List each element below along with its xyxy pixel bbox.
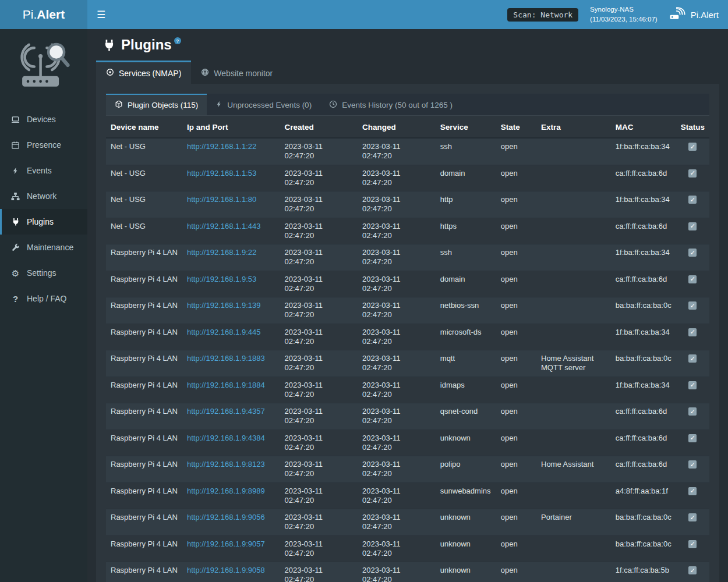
status-checkbox[interactable]: ✓	[688, 222, 697, 230]
cell-device-name: Raspberry Pi 4 LAN	[106, 509, 182, 536]
cell-ip-port: http://192.168.1.9:22	[182, 244, 280, 271]
sidebar-item-plugins[interactable]: Plugins	[0, 209, 87, 235]
cell-status: ✓	[676, 324, 709, 350]
status-checkbox[interactable]: ✓	[688, 249, 697, 257]
status-checkbox[interactable]: ✓	[688, 540, 697, 548]
cell-changed: 2023-03-11 02:47:20	[358, 456, 436, 483]
column-header-state[interactable]: State	[496, 117, 536, 138]
ip-port-link[interactable]: http://192.168.1.9:53	[187, 275, 256, 283]
ip-port-link[interactable]: http://192.168.1.9:139	[187, 301, 261, 310]
cell-state: open	[496, 562, 536, 582]
status-checkbox[interactable]: ✓	[688, 275, 697, 283]
column-header-service[interactable]: Service	[436, 117, 496, 138]
sidebar-item-network[interactable]: Network	[0, 183, 87, 209]
ip-port-link[interactable]: http://192.168.1.9:9058	[187, 566, 265, 574]
sidebar-item-devices[interactable]: Devices	[0, 107, 87, 132]
cell-mac: 1f:ba:ff:ca:ba:34	[611, 191, 676, 218]
cell-ip-port: http://192.168.1.1:443	[182, 218, 280, 244]
status-checkbox[interactable]: ✓	[688, 566, 697, 574]
tab-services-nmap[interactable]: Services (NMAP)	[96, 61, 191, 84]
cell-ip-port: http://192.168.1.1:80	[182, 191, 280, 218]
cell-mac: a4:8f:ff:aa:ba:1f	[611, 482, 676, 509]
ip-port-link[interactable]: http://192.168.1.1:80	[187, 195, 256, 204]
navbar-brand[interactable]: Pi.Alert	[669, 7, 719, 22]
cell-ip-port: http://192.168.1.9:8989	[182, 482, 280, 509]
column-header-changed[interactable]: Changed	[358, 117, 436, 138]
ip-port-link[interactable]: http://192.168.1.9:9057	[187, 540, 265, 548]
ip-port-link[interactable]: http://192.168.1.9:445	[187, 328, 261, 336]
cell-status: ✓	[676, 430, 709, 456]
table-header-row: Device nameIp and PortCreatedChangedServ…	[106, 117, 709, 138]
column-header-mac[interactable]: MAC	[611, 117, 676, 138]
cell-service: domain	[436, 271, 496, 297]
column-header-device-name[interactable]: Device name	[106, 117, 182, 138]
status-checkbox[interactable]: ✓	[688, 513, 697, 521]
status-checkbox[interactable]: ✓	[688, 169, 697, 178]
cell-extra	[536, 138, 611, 165]
cell-status: ✓	[676, 138, 709, 165]
tab-plugin-objects[interactable]: Plugin Objects (115)	[106, 94, 207, 115]
cell-ip-port: http://192.168.1.9:139	[182, 297, 280, 324]
scan-status-badge: Scan: Network	[507, 8, 578, 22]
status-checkbox[interactable]: ✓	[688, 143, 697, 151]
cell-changed: 2023-03-11 02:47:20	[358, 218, 436, 244]
ip-port-link[interactable]: http://192.168.1.9:4384	[187, 434, 265, 442]
sidebar-item-help-faq[interactable]: ? Help / FAQ	[0, 286, 87, 311]
table-row: Raspberry Pi 4 LAN http://192.168.1.9:43…	[106, 403, 709, 430]
globe-icon	[201, 68, 209, 78]
ip-port-link[interactable]: http://192.168.1.9:4357	[187, 407, 265, 416]
cell-ip-port: http://192.168.1.9:9056	[182, 509, 280, 536]
cell-created: 2023-03-11 02:47:20	[280, 244, 358, 271]
ip-port-link[interactable]: http://192.168.1.1:53	[187, 169, 256, 178]
sidebar-item-events[interactable]: Events	[0, 158, 87, 183]
cell-device-name: Net - USG	[106, 138, 182, 165]
column-header-extra[interactable]: Extra	[536, 117, 611, 138]
status-checkbox[interactable]: ✓	[688, 487, 697, 495]
status-checkbox[interactable]: ✓	[688, 434, 697, 442]
app-logo[interactable]: Pi.Alert	[0, 0, 87, 29]
sidebar-item-presence[interactable]: Presence	[0, 132, 87, 158]
cell-extra	[536, 244, 611, 271]
cell-created: 2023-03-11 02:47:20	[280, 535, 358, 562]
check-icon: ✓	[688, 249, 697, 257]
ip-port-link[interactable]: http://192.168.1.9:1884	[187, 381, 265, 389]
status-checkbox[interactable]: ✓	[688, 407, 697, 416]
cell-mac: ca:ff:ff:ca:ba:6d	[611, 271, 676, 297]
cell-state: open	[496, 403, 536, 430]
title-help-badge[interactable]: ?	[174, 37, 181, 44]
cell-created: 2023-03-11 02:47:20	[280, 165, 358, 191]
ip-port-link[interactable]: http://192.168.1.9:8123	[187, 460, 265, 469]
status-checkbox[interactable]: ✓	[688, 328, 697, 336]
cell-service: qsnet-cond	[436, 403, 496, 430]
column-header-status[interactable]: Status	[676, 117, 709, 138]
cell-ip-port: http://192.168.1.9:9057	[182, 535, 280, 562]
column-header-ip-and-port[interactable]: Ip and Port	[182, 117, 280, 138]
cell-created: 2023-03-11 02:47:20	[280, 218, 358, 244]
tab-website-monitor[interactable]: Website monitor	[191, 61, 282, 84]
check-icon: ✓	[688, 566, 697, 574]
cell-device-name: Raspberry Pi 4 LAN	[106, 535, 182, 562]
status-checkbox[interactable]: ✓	[688, 381, 697, 389]
cell-extra	[536, 377, 611, 403]
hamburger-menu-icon[interactable]: ☰	[87, 0, 115, 29]
tab-events-history[interactable]: Events History (50 out of 1265 )	[320, 94, 461, 115]
status-checkbox[interactable]: ✓	[688, 354, 697, 363]
ip-port-link[interactable]: http://192.168.1.9:9056	[187, 513, 265, 521]
ip-port-link[interactable]: http://192.168.1.9:1883	[187, 354, 265, 363]
sidebar-item-settings[interactable]: ⚙ Settings	[0, 260, 87, 286]
ip-port-link[interactable]: http://192.168.1.9:22	[187, 248, 256, 257]
column-header-created[interactable]: Created	[280, 117, 358, 138]
status-checkbox[interactable]: ✓	[688, 301, 697, 310]
ip-port-link[interactable]: http://192.168.1.1:443	[187, 222, 261, 230]
ip-port-link[interactable]: http://192.168.1.1:22	[187, 142, 256, 151]
tab-unprocessed-events[interactable]: Unprocessed Events (0)	[207, 94, 320, 115]
check-icon: ✓	[688, 169, 697, 178]
ip-port-link[interactable]: http://192.168.1.9:8989	[187, 487, 265, 495]
tab-label: Services (NMAP)	[119, 69, 181, 78]
navbar-right: Scan: Network Synology-NAS (11/03/2023, …	[507, 5, 728, 25]
status-checkbox[interactable]: ✓	[688, 196, 697, 204]
sidebar-item-maintenance[interactable]: Maintenance	[0, 235, 87, 260]
cell-extra: Home Assistant	[536, 456, 611, 483]
status-checkbox[interactable]: ✓	[688, 460, 697, 469]
app-logo-suffix: Alert	[37, 8, 65, 22]
